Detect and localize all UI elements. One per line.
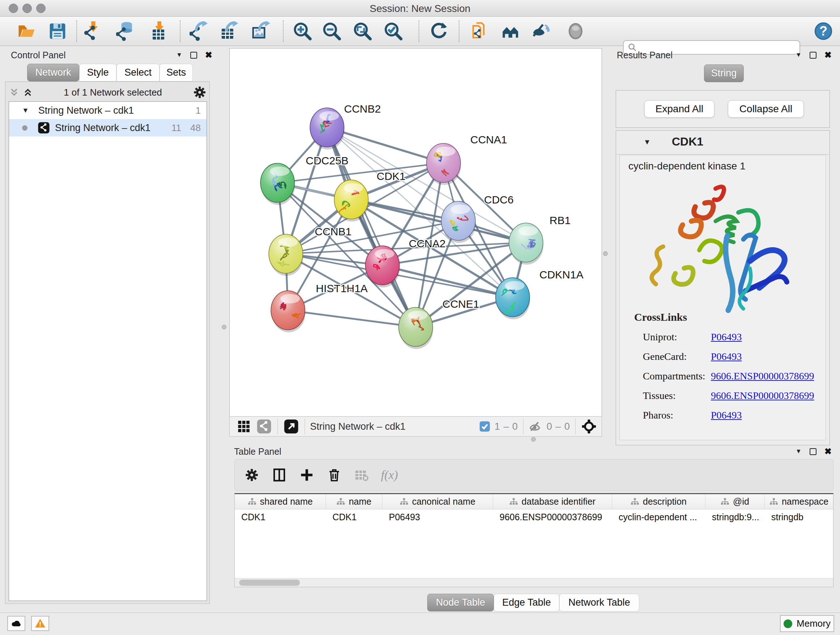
crosslink-value-link[interactable]: P06493 — [711, 351, 742, 362]
network-collection-row[interactable]: ▼ String Network – cdk1 1 — [9, 102, 207, 119]
tree-expander-icon[interactable]: ▼ — [22, 106, 29, 114]
zoom-selected-icon[interactable] — [383, 21, 403, 41]
memory-button[interactable]: Memory — [780, 615, 834, 632]
zoom-fit-icon[interactable] — [352, 21, 373, 41]
export-image-icon[interactable] — [251, 21, 271, 41]
add-column-icon[interactable] — [298, 467, 315, 483]
delete-column-icon[interactable] — [326, 467, 343, 483]
panel-float-icon[interactable] — [810, 52, 816, 59]
selected-checkbox-icon[interactable] — [478, 420, 491, 432]
table-options-gear-icon[interactable] — [243, 467, 260, 483]
collapse-all-button[interactable]: Collapse All — [728, 100, 804, 118]
panel-collapse-icon[interactable]: ▼ — [796, 51, 802, 59]
network-edge-HIST1H1A-CCNE1[interactable] — [288, 310, 416, 327]
network-node-CDC25B[interactable] — [261, 163, 295, 205]
network-node-HIST1H1A[interactable] — [271, 291, 305, 333]
tab-node-table[interactable]: Node Table — [427, 594, 494, 611]
tab-string[interactable]: String — [704, 65, 744, 82]
left-splitter-handle[interactable] — [222, 325, 226, 329]
navigator-crosshair-icon[interactable] — [581, 418, 597, 435]
hide-details-eye-icon[interactable] — [531, 21, 551, 41]
network-node-CCNB1[interactable] — [269, 234, 303, 276]
help-icon[interactable]: ? — [813, 21, 834, 41]
table-cell[interactable]: stringdb:9... — [706, 509, 765, 524]
panel-collapse-icon[interactable]: ▼ — [176, 51, 182, 59]
table-cell[interactable]: CDK1 — [326, 509, 382, 524]
section-expander-icon[interactable]: ▼ — [644, 138, 651, 146]
houses-icon[interactable] — [501, 21, 521, 41]
panel-close-icon[interactable]: ✖ — [205, 50, 212, 60]
panel-close-icon[interactable]: ✖ — [824, 447, 832, 456]
network-status-dot-icon — [22, 125, 27, 131]
column-header-canonicalname[interactable]: canonical name — [382, 494, 493, 509]
tab-select[interactable]: Select — [117, 64, 159, 81]
export-network-icon[interactable] — [189, 21, 210, 41]
table-cell[interactable]: P06493 — [382, 509, 493, 524]
network-canvas[interactable]: CCNB2CCNA1CDC25BCDK1CDC6RB1CCNB1CCNA2CDK… — [229, 48, 602, 416]
column-header-name[interactable]: name — [326, 494, 382, 509]
expand-all-button[interactable]: Expand All — [644, 100, 714, 118]
crosslink-value-link[interactable]: 9606.ENSP00000378699 — [711, 390, 814, 401]
expand-all-chevron-icon[interactable] — [22, 87, 33, 98]
zoom-in-icon[interactable] — [292, 21, 313, 41]
table-cell[interactable]: cyclin-dependent ... — [612, 509, 706, 524]
save-session-icon[interactable] — [47, 21, 68, 41]
table-cell[interactable]: CDK1 — [235, 509, 326, 524]
collapse-all-chevron-icon[interactable] — [9, 87, 19, 98]
column-header-sharedname[interactable]: shared name — [235, 494, 326, 509]
tab-edge-table[interactable]: Edge Table — [494, 594, 559, 611]
gene-section-header[interactable]: ▼ CDK1 — [616, 131, 829, 155]
network-node-CCNA2[interactable] — [365, 246, 400, 287]
cloud-button[interactable] — [7, 616, 25, 631]
import-network-icon[interactable] — [84, 21, 104, 41]
network-row[interactable]: String Network – cdk1 11 48 — [9, 119, 207, 136]
show-columns-icon[interactable] — [271, 467, 287, 483]
right-splitter-handle[interactable] — [603, 251, 608, 256]
zoom-out-icon[interactable] — [322, 21, 342, 41]
panel-close-icon[interactable]: ✖ — [824, 50, 832, 60]
node-table[interactable]: shared name name canonical name database… — [234, 493, 834, 587]
tab-network-table[interactable]: Network Table — [559, 594, 639, 611]
table-cell[interactable]: 9606.ENSP00000378699 — [493, 509, 612, 524]
horizontal-splitter-handle[interactable] — [531, 437, 536, 442]
network-node-CCNE1[interactable] — [399, 307, 433, 349]
crosslink-value-link[interactable]: P06493 — [711, 331, 742, 342]
network-options-gear-icon[interactable] — [193, 85, 207, 100]
birds-eye-icon[interactable] — [565, 21, 586, 41]
hidden-counts: 0 – 0 — [546, 421, 570, 432]
tab-network[interactable]: Network — [27, 64, 79, 81]
column-header-namespace[interactable]: namespace — [765, 494, 834, 509]
scrollbar-thumb[interactable] — [239, 580, 300, 586]
crosslink-label: Compartments: — [643, 371, 706, 382]
panel-float-icon[interactable] — [810, 448, 816, 455]
network-node-CDKN1A[interactable] — [496, 278, 530, 319]
network-collection-label: String Network – cdk1 — [38, 105, 134, 116]
crosslink-value-link[interactable]: P06493 — [711, 409, 742, 421]
column-header-description[interactable]: description — [612, 494, 706, 509]
grid-view-icon[interactable] — [235, 418, 252, 435]
panel-collapse-icon[interactable]: ▼ — [796, 448, 802, 455]
network-node-CCNB2[interactable] — [310, 108, 344, 149]
open-in-new-icon[interactable] — [283, 418, 300, 435]
string-network-icon[interactable] — [256, 418, 272, 435]
open-session-icon[interactable] — [17, 21, 37, 41]
import-database-icon[interactable] — [116, 21, 136, 41]
table-horizontal-scrollbar[interactable] — [235, 578, 833, 587]
table-header-row: shared name name canonical name database… — [235, 494, 833, 509]
column-header-id[interactable]: @id — [706, 494, 765, 509]
network-node-CCNA1[interactable] — [426, 143, 461, 185]
column-header-databaseidentifier[interactable]: database identifier — [493, 494, 612, 509]
tab-sets[interactable]: Sets — [159, 64, 193, 81]
tab-style[interactable]: Style — [79, 64, 117, 81]
table-row[interactable]: CDK1CDK1P064939606.ENSP00000378699cyclin… — [235, 509, 833, 524]
table-cell[interactable]: stringdb — [765, 509, 834, 524]
crosslink-value-link[interactable]: 9606.ENSP00000378699 — [711, 371, 814, 382]
warning-button[interactable] — [31, 616, 49, 631]
apply-layout-icon[interactable] — [429, 21, 449, 41]
export-table-icon[interactable] — [219, 21, 239, 41]
import-table-icon[interactable] — [149, 21, 169, 41]
network-node-CDK1[interactable] — [334, 180, 369, 222]
network-node-RB1[interactable] — [509, 223, 543, 264]
clone-network-icon[interactable] — [470, 21, 490, 41]
panel-float-icon[interactable] — [190, 52, 197, 59]
